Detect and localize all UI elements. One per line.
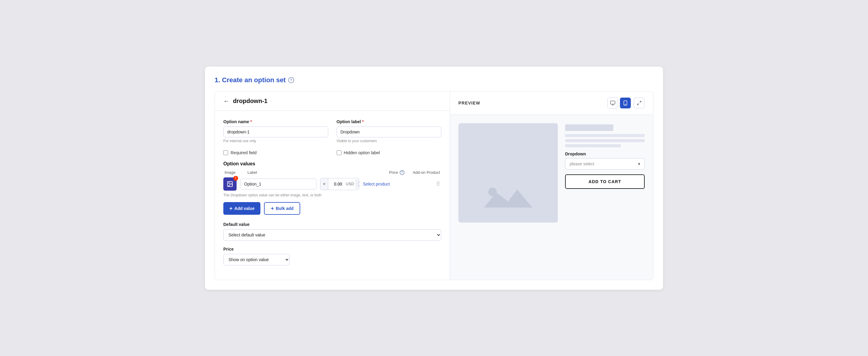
option-label-input[interactable] — [337, 127, 441, 137]
left-panel: ← dropdown-1 Option name * For internal … — [215, 92, 450, 280]
chevron-down-icon: ▾ — [638, 161, 640, 166]
preview-select[interactable]: please select ▾ — [565, 158, 645, 169]
price-section-title: Price — [223, 247, 441, 252]
view-controls — [607, 98, 645, 108]
col-addon-header: Add-on Product — [413, 170, 440, 175]
desktop-view-button[interactable] — [607, 98, 618, 108]
image-badge: ! — [233, 176, 238, 181]
preview-content: Dropdown please select ▾ ADD TO CART — [450, 115, 653, 231]
option-label-group: Option label * Visible to your customers — [337, 119, 441, 143]
preview-line-1 — [565, 134, 645, 137]
price-down-button[interactable]: ▼ — [356, 184, 359, 189]
preview-label: PREVIEW — [458, 101, 480, 105]
price-input-group: + USD ▲ ▼ — [320, 178, 359, 190]
expand-button[interactable] — [634, 98, 645, 108]
preview-line-2 — [565, 139, 645, 142]
help-icon[interactable]: ? — [288, 77, 294, 83]
add-value-icon: + — [229, 206, 233, 211]
preview-product-image — [458, 123, 558, 223]
col-label-header: Label — [247, 170, 381, 175]
bulk-add-icon: + — [271, 206, 274, 211]
preview-dropdown-label: Dropdown — [565, 152, 645, 156]
preview-title-placeholder — [565, 124, 613, 131]
required-field-checkbox[interactable] — [223, 150, 228, 155]
preview-line-3 — [565, 144, 621, 147]
default-value-select[interactable]: Select default value — [223, 229, 441, 241]
col-price-header: Price ? — [389, 170, 404, 175]
svg-line-7 — [640, 101, 641, 103]
hidden-label-checkbox-row: Hidden option label — [337, 150, 441, 155]
main-layout: ← dropdown-1 Option name * For internal … — [215, 91, 653, 280]
hidden-label-group: Hidden option label — [337, 148, 441, 155]
option-values-title: Option values — [223, 161, 441, 167]
action-buttons: + Add value + Bulk add — [223, 202, 441, 215]
add-value-button[interactable]: + Add value — [223, 202, 260, 215]
price-number-input[interactable] — [328, 179, 344, 189]
image-thumb[interactable]: ! — [223, 177, 237, 191]
section-name: dropdown-1 — [233, 98, 267, 104]
required-field-group: Required field — [223, 148, 328, 155]
option-hint: The Dropdown option value can be either … — [223, 193, 441, 197]
price-plus-sign: + — [320, 178, 328, 190]
option-label-hint: Visible to your customers — [337, 139, 441, 143]
add-to-cart-button[interactable]: ADD TO CART — [565, 174, 645, 189]
select-product-link[interactable]: Select product — [363, 182, 431, 187]
col-image-header: Image — [224, 170, 239, 175]
price-stepper: ▲ ▼ — [356, 179, 359, 189]
price-currency: USD — [344, 182, 355, 186]
required-field-label: Required field — [230, 150, 256, 155]
option-name-group: Option name * For internal use only — [223, 119, 328, 143]
page-title: 1. Create an option set ? — [215, 76, 653, 84]
checkboxes-row: Required field Hidden option label — [223, 148, 441, 155]
price-help-icon[interactable]: ? — [400, 170, 404, 175]
required-star-name: * — [250, 119, 252, 124]
right-panel: PREVIEW — [450, 92, 653, 280]
required-field-checkbox-row: Required field — [223, 150, 328, 155]
required-star-label: * — [362, 119, 364, 124]
hidden-label-checkbox[interactable] — [337, 150, 341, 155]
hidden-label-label: Hidden option label — [344, 150, 380, 155]
price-up-button[interactable]: ▲ — [356, 179, 359, 184]
view-toggle — [607, 98, 631, 108]
option-values-header: Image Label Price ? Add-on Product — [223, 170, 441, 175]
svg-point-9 — [488, 188, 497, 196]
option-name-input[interactable] — [223, 127, 328, 137]
drag-handle[interactable]: ⠿ — [435, 181, 441, 187]
back-arrow[interactable]: ← — [223, 98, 229, 104]
svg-line-8 — [638, 103, 639, 105]
right-header: PREVIEW — [450, 92, 653, 115]
page-title-text: 1. Create an option set — [215, 76, 286, 84]
preview-select-text: please select — [569, 161, 594, 166]
price-group: Price Show on option value — [223, 247, 441, 265]
option-name-hint: For internal use only — [223, 139, 328, 143]
bulk-add-button[interactable]: + Bulk add — [264, 202, 300, 215]
default-value-group: Default value Select default value — [223, 222, 441, 241]
name-label-row: Option name * For internal use only Opti… — [223, 119, 441, 143]
mobile-view-button[interactable] — [620, 98, 631, 108]
option-value-row: ! + USD ▲ ▼ Select product ⠿ — [223, 177, 441, 191]
price-display-select[interactable]: Show on option value — [223, 254, 290, 265]
svg-point-6 — [625, 104, 626, 104]
option-name-label: Option name * — [223, 119, 328, 124]
option-label-label: Option label * — [337, 119, 441, 124]
default-value-title: Default value — [223, 222, 441, 227]
svg-rect-2 — [611, 101, 615, 104]
preview-product-details: Dropdown please select ▾ ADD TO CART — [565, 123, 645, 223]
svg-point-1 — [228, 183, 229, 184]
panel-body: Option name * For internal use only Opti… — [215, 111, 450, 280]
panel-header: ← dropdown-1 — [215, 92, 450, 111]
outer-card: 1. Create an option set ? ← dropdown-1 O… — [205, 67, 663, 290]
option-value-label-input[interactable] — [240, 179, 316, 189]
